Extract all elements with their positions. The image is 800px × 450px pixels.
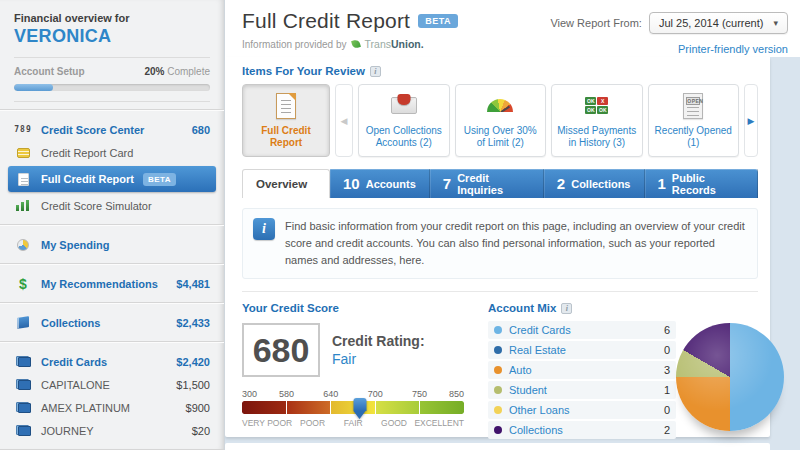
account-mix-section: Account Mix i Credit Cards 6 — [488, 302, 784, 450]
chevron-down-icon: ▾ — [773, 18, 778, 28]
credit-rating-label: Credit Rating: — [332, 333, 425, 349]
account-setup-percent: 20% — [144, 66, 164, 77]
transunion-logo-icon — [351, 39, 361, 49]
credit-card-icon — [14, 402, 32, 413]
book-icon — [14, 317, 32, 328]
sidebar-divider — [0, 224, 224, 226]
sidebar-eyebrow: Financial overview for — [14, 12, 210, 24]
sidebar: Financial overview for VERONICA Account … — [0, 0, 225, 450]
sidebar-item-credit-report-card[interactable]: Credit Report Card — [0, 141, 224, 164]
divider — [242, 291, 758, 292]
sidebar-item-full-credit-report[interactable]: Full Credit Report BETA — [8, 166, 216, 192]
page-header: Full Credit Report BETA Information prov… — [225, 0, 800, 57]
tab-credit-inquiries[interactable]: 7 Credit Inquiries — [430, 169, 544, 198]
document-icon — [276, 92, 296, 120]
tab-accounts[interactable]: 10 Accounts — [330, 169, 430, 198]
account-mix-legend: Credit Cards 6 Real Estate 0 Auto — [488, 321, 676, 450]
account-setup-label: Account Setup — [14, 66, 85, 77]
tab-public-records[interactable]: 1 Public Records — [645, 169, 759, 198]
sidebar-item-my-spending[interactable]: My Spending — [0, 233, 224, 256]
sidebar-item-credit-cards[interactable]: Credit Cards $2,420 — [0, 350, 224, 373]
legend-row-credit-cards: Credit Cards 6 — [488, 321, 676, 339]
legend-dot — [494, 346, 502, 354]
score-gauge-marker — [354, 398, 367, 419]
legend-row-auto: Auto 3 — [488, 361, 676, 379]
document-icon — [14, 173, 32, 186]
past-due-envelope-icon — [391, 92, 417, 120]
review-card-missed-payments[interactable]: OK X OK OK Missed Payments in History (3… — [551, 84, 643, 157]
open-document-icon: OPEN — [683, 92, 703, 120]
credit-score-box: 680 — [242, 323, 320, 377]
main-area: Full Credit Report BETA Information prov… — [225, 0, 800, 450]
carousel-prev-button[interactable]: ◀ — [335, 84, 353, 157]
review-heading: Items For Your Review — [242, 65, 365, 77]
report-card-icon — [14, 148, 32, 158]
account-mix-pie-chart — [676, 323, 784, 431]
account-setup-panel: Account Setup 20% Complete — [14, 57, 210, 102]
credit-card-icon — [14, 379, 32, 390]
legend-row-real-estate: Real Estate 0 — [488, 341, 676, 359]
speedometer-icon — [487, 92, 513, 120]
review-card-full-credit-report[interactable]: Full Credit Report — [242, 84, 330, 157]
beta-badge: BETA — [418, 14, 458, 28]
sidebar-item-journey[interactable]: JOURNEY $20 — [0, 419, 224, 442]
info-banner-text: Find basic information from your credit … — [285, 218, 747, 269]
provided-by-label: Information provided by — [242, 39, 347, 50]
bar-chart-icon — [14, 200, 32, 211]
review-card-over-limit[interactable]: Using Over 30% of Limit (2) — [455, 84, 547, 157]
sidebar-divider — [0, 263, 224, 265]
info-icon[interactable]: i — [561, 303, 572, 314]
sidebar-divider — [0, 341, 224, 343]
legend-row-other-loans: Other Loans 0 — [488, 401, 676, 419]
info-banner: i Find basic information from your credi… — [242, 208, 758, 279]
report-date-value: Jul 25, 2014 (current) — [659, 17, 764, 29]
credit-score-heading: Your Credit Score — [242, 302, 339, 314]
info-icon[interactable]: i — [370, 66, 381, 77]
beta-badge: BETA — [143, 173, 176, 186]
user-name: VERONICA — [14, 26, 210, 47]
legend-dot — [494, 386, 502, 394]
sidebar-divider — [0, 302, 224, 304]
legend-row-collections: Collections 2 — [488, 421, 676, 439]
report-date-dropdown[interactable]: Jul 25, 2014 (current) ▾ — [649, 12, 788, 34]
review-card-recently-opened[interactable]: OPEN Recently Opened (1) — [648, 84, 740, 157]
credit-score-value: 680 — [192, 124, 210, 136]
setup-progress-fill — [14, 84, 53, 91]
tab-collections[interactable]: 2 Collections — [544, 169, 645, 198]
sidebar-divider — [0, 109, 224, 111]
report-content: Items For Your Review i Full Credit Repo… — [225, 57, 770, 437]
sidebar-item-credit-score-center[interactable]: 789 Credit Score Center 680 — [0, 118, 224, 141]
sidebar-item-credit-score-simulator[interactable]: Credit Score Simulator — [0, 194, 224, 217]
sidebar-header: Financial overview for VERONICA — [0, 8, 224, 49]
account-setup-complete-word: Complete — [167, 66, 210, 77]
dollar-icon: $ — [14, 277, 32, 291]
pie-chart-icon — [14, 239, 32, 251]
legend-row-student: Student 1 — [488, 381, 676, 399]
credit-rating-value: Fair — [332, 351, 425, 367]
info-icon: i — [253, 218, 275, 240]
transunion-logo-text: Trans — [365, 38, 391, 50]
view-report-label: View Report From: — [550, 17, 642, 29]
credit-cards-icon — [14, 356, 32, 367]
legend-dot — [494, 426, 502, 434]
sidebar-item-collections[interactable]: Collections $2,433 — [0, 311, 224, 334]
legend-dot — [494, 366, 502, 374]
score-gauge: 300 580 640 700 750 850 — [242, 389, 464, 428]
carousel-next-button[interactable]: ▶ — [744, 84, 758, 157]
tab-overview[interactable]: Overview — [242, 169, 330, 198]
page-title: Full Credit Report — [242, 9, 410, 33]
review-card-open-collections[interactable]: Open Collections Accounts (2) — [358, 84, 450, 157]
credit-card-icon — [14, 425, 32, 436]
legend-dot — [494, 326, 502, 334]
printer-friendly-link[interactable]: Printer-friendly version — [678, 43, 788, 55]
credit-report-app: Financial overview for VERONICA Account … — [0, 0, 800, 450]
ok-x-grid-icon: OK X OK OK — [585, 92, 608, 120]
personal-information-section: Personal Information — [225, 443, 770, 450]
sidebar-item-my-recommendations[interactable]: $ My Recommendations $4,481 — [0, 272, 224, 295]
credit-score-section: Your Credit Score 680 Credit Rating: Fai… — [242, 302, 470, 450]
legend-dot — [494, 406, 502, 414]
sidebar-item-amex-platinum[interactable]: AMEX PLATINUM $900 — [0, 396, 224, 419]
sidebar-item-capitalone[interactable]: CAPITALONE $1,500 — [0, 373, 224, 396]
review-carousel: Full Credit Report ◀ Open Collections Ac… — [242, 84, 758, 157]
account-mix-heading: Account Mix — [488, 302, 556, 314]
